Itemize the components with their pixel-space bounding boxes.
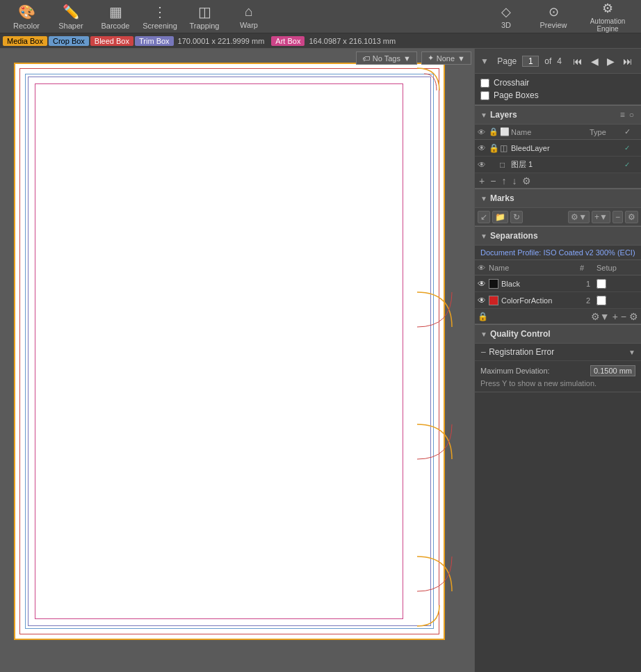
tool-warp[interactable]: ⌂ Warp (228, 1, 270, 32)
canvas-area[interactable]: 🏷 No Tags ▼ ✦ None ▼ (0, 49, 474, 672)
layers-remove-btn[interactable]: − (489, 175, 497, 186)
layer-row-layer1[interactable]: 👁 □ 图层 1 ✓ (475, 157, 641, 173)
sep-check-black[interactable] (597, 279, 606, 289)
trapping-icon: ◫ (198, 3, 211, 20)
sep-eye-1[interactable]: 👁 (478, 296, 489, 305)
layers-settings-btn[interactable]: ⚙ (521, 175, 533, 186)
marks-gear-btn[interactable]: ⚙ (625, 211, 638, 223)
sep-profile-value[interactable]: ISO Coated v2 300% (ECI) (544, 248, 635, 257)
sep-col-hash: # (580, 264, 597, 272)
crosshair-label: Crosshair (494, 78, 529, 88)
screening-icon: ⋮ (153, 3, 167, 20)
sep-row-colorforaction[interactable]: 👁 ColorForAction 2 (475, 292, 641, 309)
marks-plus-btn[interactable]: +▼ (592, 211, 610, 223)
page-number-input[interactable] (522, 56, 539, 67)
page-boxes-checkbox-item[interactable]: Page Boxes (480, 89, 635, 102)
layers-section: ▼ Layers ≡ ○ 👁 🔒 ⬜ Name Type ✓ 👁 🔒 ◫ Ble… (475, 105, 641, 189)
bleed-box-label[interactable]: Bleed Box (90, 36, 133, 46)
tool-recolor-label: Recolor (13, 22, 40, 30)
layer-visible-eye-1[interactable]: 👁 (478, 160, 489, 170)
layer-row-bleedlayer[interactable]: 👁 🔒 ◫ BleedLayer ✓ (475, 140, 641, 157)
trim-box-label[interactable]: Trim Box (135, 36, 174, 46)
marks-minus-btn[interactable]: − (612, 211, 623, 223)
sep-settings-btn[interactable]: ⚙ (629, 311, 638, 322)
qc-registration-error-label: Registration Error (489, 347, 626, 357)
col-lock: 🔒 (489, 127, 500, 136)
layers-move-up-btn[interactable]: ↑ (500, 175, 508, 186)
crop-box-label[interactable]: Crop Box (49, 36, 89, 46)
qc-max-deviation-label: Maximum Deviation: (480, 367, 590, 375)
col-check: ✓ (624, 127, 638, 136)
tool-trapping[interactable]: ◫ Trapping (184, 1, 225, 32)
layers-move-down-btn[interactable]: ↓ (510, 175, 518, 186)
crosshair-checkbox-item[interactable]: Crosshair (480, 77, 635, 89)
layer-check-0: ✓ (624, 144, 638, 152)
page-label: Page (497, 56, 517, 66)
layers-footer: + − ↑ ↓ ⚙ (475, 173, 641, 189)
page-next-button[interactable]: ▶ (604, 55, 617, 67)
qc-max-deviation-row: Maximum Deviation: 0.1500 mm (480, 365, 635, 376)
sep-col-name: Name (489, 264, 580, 272)
barcode-icon: ▦ (109, 3, 122, 20)
marks-section-header[interactable]: ▼ Marks (475, 189, 641, 208)
sep-eye-0[interactable]: 👁 (478, 279, 489, 289)
media-box-label[interactable]: Media Box (3, 36, 47, 46)
sep-swatch-colorforaction (489, 296, 498, 305)
box-size-label: 170.0001 x 221.9999 mm (178, 37, 265, 45)
separations-collapse-icon: ▼ (480, 232, 487, 240)
art-box-label[interactable]: Art Box (271, 36, 305, 46)
recolor-icon: 🎨 (18, 3, 35, 20)
layers-add-btn[interactable]: + (478, 175, 486, 186)
tool-barcode[interactable]: ▦ Barcode (95, 1, 136, 32)
col-icon: ⬜ (500, 127, 511, 136)
tags-dropdown[interactable]: 🏷 No Tags ▼ (356, 51, 417, 65)
page-of-label: of (544, 56, 551, 66)
layer-type-icon-0: ◫ (500, 143, 511, 153)
layer-visible-eye-0[interactable]: 👁 (478, 143, 489, 153)
none-dropdown[interactable]: ✦ None ▼ (421, 51, 471, 65)
separations-section-header[interactable]: ▼ Separations (475, 226, 641, 246)
page-boxes-checkbox[interactable] (480, 91, 489, 100)
tool-screening-label: Screening (143, 22, 177, 30)
qc-dropdown-arrow[interactable]: ▼ (628, 349, 635, 356)
tool-preview[interactable]: ⊙ Preview (533, 1, 574, 32)
sep-remove-btn[interactable]: − (621, 311, 626, 322)
crosshair-checkbox[interactable] (480, 79, 489, 88)
tool-3d[interactable]: ◇ 3D (485, 1, 527, 32)
page-navigation: ▼ Page of 4 ⏮ ◀ ▶ ⏭ (475, 49, 641, 74)
none-label: None (437, 54, 455, 63)
tool-shaper-label: Shaper (58, 22, 83, 30)
sep-col-eye: 👁 (478, 264, 489, 272)
sep-footer: 🔒 ⚙▼ + − ⚙ (475, 309, 641, 324)
layer-lock-0[interactable]: 🔒 (489, 143, 500, 153)
col-eye: 👁 (478, 128, 489, 136)
tool-automation-label: Automation Engine (580, 17, 635, 33)
qc-registration-error-row[interactable]: − Registration Error ▼ (475, 344, 641, 361)
sep-check-colorforaction[interactable] (597, 296, 606, 305)
layers-tool-list[interactable]: ≡ (619, 110, 626, 120)
qc-section-header[interactable]: ▼ Quality Control (475, 324, 641, 344)
sep-add-btn[interactable]: + (612, 311, 618, 322)
tool-recolor[interactable]: 🎨 Recolor (6, 1, 47, 32)
sep-config-btn[interactable]: ⚙▼ (591, 311, 610, 322)
page-last-button[interactable]: ⏭ (620, 55, 635, 67)
tool-automation[interactable]: ⚙ Automation Engine (580, 1, 635, 32)
qc-minus-btn[interactable]: − (480, 346, 486, 358)
marks-folder-btn[interactable]: 📁 (492, 211, 508, 223)
page-first-button[interactable]: ⏮ (570, 55, 585, 67)
marks-config-btn[interactable]: ⚙▼ (568, 211, 590, 223)
right-panel: ▼ Page of 4 ⏮ ◀ ▶ ⏭ Crosshair Page Boxes… (474, 49, 641, 672)
panel-collapse-arrow[interactable]: ▼ (480, 56, 489, 66)
sep-lock-icon: 🔒 (478, 312, 488, 321)
layers-section-title: Layers (490, 110, 517, 120)
marks-refresh-btn[interactable]: ↻ (510, 211, 523, 223)
marks-add-btn[interactable]: ↙ (478, 211, 490, 223)
sep-swatch-black (489, 279, 498, 289)
sep-name-black: Black (501, 280, 520, 288)
tool-shaper[interactable]: ✏️ Shaper (50, 1, 92, 32)
layers-tool-circle[interactable]: ○ (628, 110, 635, 120)
tool-screening[interactable]: ⋮ Screening (139, 1, 181, 32)
layers-section-header[interactable]: ▼ Layers ≡ ○ (475, 105, 641, 125)
page-prev-button[interactable]: ◀ (588, 55, 601, 67)
sep-row-black[interactable]: 👁 Black 1 (475, 275, 641, 292)
